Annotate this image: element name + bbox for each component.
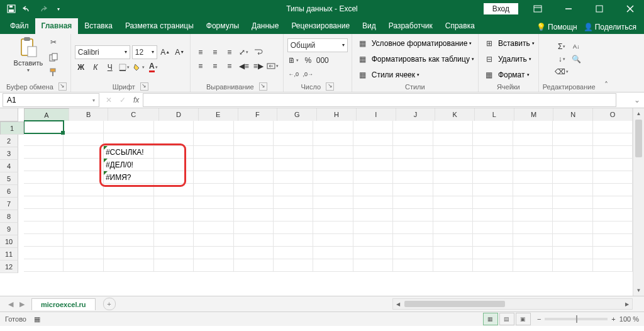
cell[interactable] (393, 133, 433, 146)
cell[interactable] (64, 171, 103, 184)
scroll-right-icon[interactable]: ▶ (622, 301, 632, 307)
copy-icon[interactable] (47, 50, 60, 64)
cell[interactable] (433, 259, 473, 272)
column-header[interactable]: B (69, 108, 109, 121)
cell[interactable] (353, 146, 393, 159)
decrease-font-icon[interactable]: A▼ (174, 47, 186, 58)
cell[interactable] (553, 222, 592, 234)
cell[interactable] (24, 234, 64, 247)
cell[interactable] (553, 259, 592, 272)
horizontal-scrollbar[interactable]: ◀ ▶ (392, 298, 633, 310)
cell[interactable] (393, 146, 433, 159)
cell[interactable] (473, 159, 513, 171)
cell[interactable] (194, 222, 233, 234)
cell[interactable] (513, 184, 553, 196)
cell[interactable] (104, 222, 154, 234)
row-header[interactable]: 5 (0, 172, 18, 185)
cell[interactable] (104, 247, 154, 259)
zoom-slider[interactable] (545, 318, 608, 320)
increase-font-icon[interactable]: A▲ (159, 47, 172, 58)
cell[interactable] (24, 247, 64, 259)
percent-format-icon[interactable]: % (302, 55, 314, 66)
formula-input[interactable] (143, 93, 616, 107)
cell[interactable] (24, 133, 64, 146)
cell[interactable] (393, 184, 433, 196)
cell[interactable] (24, 259, 64, 272)
cell[interactable] (553, 196, 592, 209)
cell[interactable] (274, 146, 313, 159)
row-header[interactable]: 11 (0, 248, 18, 261)
cell[interactable] (553, 234, 592, 247)
row-header[interactable]: 8 (0, 210, 18, 223)
clear-icon[interactable]: ⌫ (555, 66, 568, 77)
cell[interactable] (64, 222, 103, 234)
row-header[interactable]: 4 (0, 160, 18, 172)
cell[interactable] (513, 247, 553, 259)
cell[interactable] (433, 171, 473, 184)
cell[interactable] (274, 247, 313, 259)
undo-icon[interactable] (19, 1, 35, 16)
name-box[interactable]: A1▾ (3, 93, 99, 107)
tab-home[interactable]: Главная (35, 18, 79, 34)
sort-filter-icon[interactable]: A↓ (570, 41, 582, 52)
cell[interactable] (433, 159, 473, 171)
zoom-in-icon[interactable]: + (611, 315, 615, 323)
cell[interactable] (553, 133, 592, 146)
close-icon[interactable] (616, 0, 644, 18)
column-header[interactable]: I (357, 108, 396, 121)
tab-view[interactable]: Вид (356, 18, 382, 34)
dialog-launcher-icon[interactable]: ↘ (140, 82, 148, 91)
zoom-control[interactable]: − + 100 % (537, 315, 639, 323)
comma-format-icon[interactable]: 000 (316, 55, 329, 66)
cell[interactable] (473, 196, 513, 209)
cell[interactable] (313, 247, 353, 259)
delete-cells-button[interactable]: ⊟Удалить ▾ (482, 52, 531, 66)
cell[interactable] (104, 196, 154, 209)
cell[interactable] (154, 259, 194, 272)
column-header[interactable]: A (24, 108, 69, 122)
cell[interactable] (194, 171, 233, 184)
cell[interactable] (313, 133, 353, 146)
share-button[interactable]: 👤Поделиться (584, 23, 636, 31)
fill-color-icon[interactable] (133, 62, 145, 73)
column-header[interactable]: L (475, 108, 514, 121)
cell[interactable] (194, 184, 233, 196)
cell[interactable] (194, 259, 233, 272)
align-left-icon[interactable]: ≡ (194, 60, 207, 72)
enter-formula-icon[interactable]: ✓ (116, 96, 130, 104)
cell[interactable] (393, 222, 433, 234)
cell[interactable] (513, 196, 553, 209)
row-header[interactable]: 9 (0, 223, 18, 235)
cell[interactable] (393, 196, 433, 209)
cell[interactable] (513, 234, 553, 247)
cell[interactable] (313, 222, 353, 234)
cancel-formula-icon[interactable]: ✕ (102, 96, 116, 104)
cell[interactable] (194, 209, 233, 222)
cell[interactable] (513, 159, 553, 171)
vertical-scrollbar[interactable]: ▲ ▼ (633, 108, 644, 296)
cell[interactable] (194, 133, 233, 146)
cell[interactable] (353, 171, 393, 184)
cell[interactable] (64, 159, 103, 171)
cell[interactable] (433, 196, 473, 209)
cell[interactable] (593, 259, 633, 272)
cell[interactable]: #ССЫЛКА! (104, 146, 154, 159)
cell[interactable] (274, 133, 313, 146)
cell[interactable] (593, 159, 633, 171)
cell[interactable] (313, 159, 353, 171)
qat-customize-icon[interactable]: ▾ (51, 1, 66, 16)
minimize-icon[interactable] (554, 0, 582, 18)
orientation-icon[interactable]: ⤢ (238, 47, 250, 58)
cell-styles-button[interactable]: ▦Стили ячеек ▾ (356, 68, 419, 82)
cell[interactable] (593, 209, 633, 222)
cell[interactable] (553, 209, 592, 222)
cell[interactable] (313, 171, 353, 184)
cell[interactable] (473, 222, 513, 234)
sign-in-button[interactable]: Вход (484, 3, 518, 14)
cell[interactable] (593, 222, 633, 234)
cell[interactable] (473, 234, 513, 247)
cell[interactable] (154, 171, 194, 184)
collapse-ribbon-icon[interactable]: ˄ (599, 34, 613, 92)
cell[interactable] (64, 196, 103, 209)
cell[interactable] (24, 209, 64, 222)
